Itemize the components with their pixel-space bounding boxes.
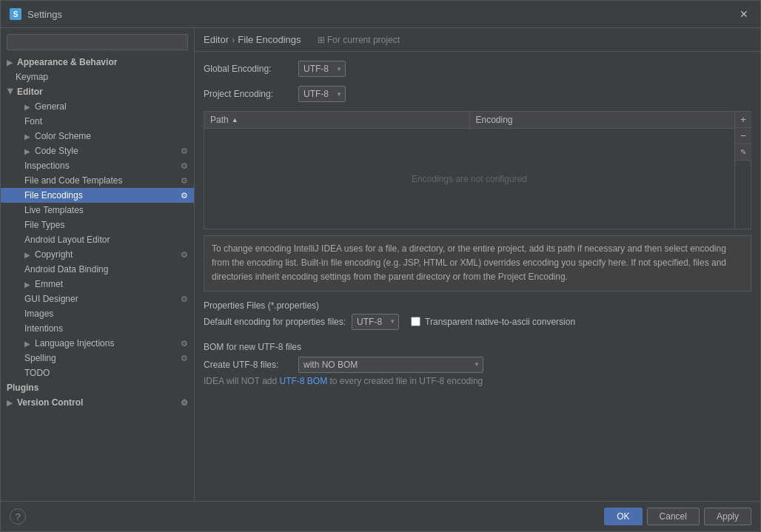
transparent-checkbox-row: Transparent native-to-ascii conversion [411,317,575,327]
sidebar-item-code-style[interactable]: ▶ Code Style ⚙ [1,144,194,158]
sidebar-item-label: TODO [24,368,50,378]
edit-encoding-button[interactable]: ✎ [735,144,751,161]
bom-select-wrapper: with NO BOM with BOM [298,357,483,373]
settings-icon-spelling: ⚙ [181,354,188,363]
sidebar-item-file-types[interactable]: File Types [1,218,194,232]
settings-icon-version-control: ⚙ [181,398,188,408]
sidebar-item-label: Appearance & Behavior [17,57,117,67]
close-button[interactable]: ✕ [737,7,751,21]
expand-arrow-language-injections: ▶ [24,340,32,348]
properties-encoding-select-wrapper: UTF-8 [352,314,399,330]
help-button[interactable]: ? [10,508,26,525]
sidebar-item-live-templates[interactable]: Live Templates [1,203,194,218]
breadcrumb-parent: Editor [204,34,229,45]
bom-row: Create UTF-8 files: with NO BOM with BOM [204,357,751,373]
properties-encoding-select[interactable]: UTF-8 [352,314,399,330]
breadcrumb-separator: › [232,34,235,45]
remove-encoding-button[interactable]: − [735,128,751,144]
sidebar-item-emmet[interactable]: ▶ Emmet [1,277,194,292]
cancel-button[interactable]: Cancel [647,508,700,525]
project-encoding-select[interactable]: UTF-8 [298,86,346,102]
expand-arrow-general: ▶ [24,103,32,111]
bom-select[interactable]: with NO BOM with BOM [298,357,483,373]
sidebar-item-label: Emmet [35,279,63,289]
sidebar-item-intentions[interactable]: Intentions [1,321,194,336]
sidebar-item-plugins[interactable]: Plugins [1,380,194,395]
window-title: Settings [27,9,62,20]
table-empty-text: Encodings are not configured [412,174,527,184]
sidebar-item-label: Images [24,309,53,319]
settings-icon-gui-designer: ⚙ [181,294,188,304]
global-encoding-label: Global Encoding: [204,64,292,74]
sidebar-item-gui-designer[interactable]: GUI Designer ⚙ [1,292,194,306]
path-column-header[interactable]: Path ▲ [204,112,470,128]
apply-button[interactable]: Apply [704,508,751,525]
encoding-col-label: Encoding [476,115,513,125]
sidebar-item-label: Spelling [24,353,56,363]
app-icon: S [10,8,21,20]
properties-encoding-label: Default encoding for properties files: [204,317,346,327]
settings-window: S Settings ✕ ▶ Appearance & Behavior Key… [0,0,761,532]
sidebar-item-inspections[interactable]: Inspections ⚙ [1,158,194,173]
bottom-bar: ? OK Cancel Apply [1,501,760,531]
project-encoding-row: Project Encoding: UTF-8 [204,86,751,102]
bom-info-link[interactable]: UTF-8 BOM [279,376,327,386]
sidebar-item-version-control[interactable]: ▶ Version Control ⚙ [1,395,194,410]
sidebar-item-label: File and Code Templates [24,175,123,186]
sidebar-item-file-encodings[interactable]: File Encodings ⚙ [1,188,194,203]
add-encoding-button[interactable]: + [735,112,751,128]
sidebar-item-label: Copyright [35,249,73,260]
sidebar-item-todo[interactable]: TODO [1,366,194,380]
sidebar-item-label: Inspections [24,161,70,171]
sidebar-item-images[interactable]: Images [1,306,194,321]
panel-body: Global Encoding: UTF-8 Project Encoding:… [195,52,760,501]
sidebar-item-language-injections[interactable]: ▶ Language Injections ⚙ [1,336,194,351]
global-encoding-select[interactable]: UTF-8 [298,61,346,77]
sidebar: ▶ Appearance & Behavior Keymap ▶ Editor … [1,28,195,501]
sidebar-item-label: Live Templates [24,205,84,215]
expand-arrow-editor: ▶ [7,88,15,95]
sidebar-item-android-data[interactable]: Android Data Binding [1,262,194,277]
properties-section: Properties Files (*.properties) Default … [204,297,751,333]
sidebar-item-file-code-templates[interactable]: File and Code Templates ⚙ [1,173,194,188]
properties-section-title: Properties Files (*.properties) [204,300,751,311]
table-body: Encodings are not configured [204,129,734,229]
sidebar-item-font[interactable]: Font [1,114,194,129]
sidebar-item-label: Android Data Binding [24,264,108,275]
title-bar-left: S Settings [10,8,62,20]
sidebar-item-editor[interactable]: ▶ Editor [1,84,194,99]
sidebar-item-color-scheme[interactable]: ▶ Color Scheme [1,129,194,144]
sidebar-item-spelling[interactable]: Spelling ⚙ [1,351,194,366]
sidebar-item-keymap[interactable]: Keymap [1,70,194,84]
sidebar-item-label: Color Scheme [35,131,91,141]
encoding-table-wrapper: Path ▲ Encoding Encodings are not config… [204,111,751,229]
project-encoding-label: Project Encoding: [204,89,292,99]
sidebar-item-copyright[interactable]: ▶ Copyright ⚙ [1,247,194,262]
expand-arrow-copyright: ▶ [24,251,32,259]
transparent-label: Transparent native-to-ascii conversion [425,317,575,327]
sidebar-item-general[interactable]: ▶ General [1,99,194,114]
encoding-table: Path ▲ Encoding Encodings are not config… [204,111,735,229]
expand-arrow-code-style: ▶ [24,147,32,155]
main-content: ▶ Appearance & Behavior Keymap ▶ Editor … [1,28,760,501]
for-project-label: ⊞ For current project [318,35,400,45]
path-col-label: Path [210,115,229,125]
search-input[interactable] [7,34,188,50]
sidebar-item-label: Android Layout Editor [24,235,110,245]
sidebar-item-label: Code Style [35,146,78,156]
settings-icon-file-encodings: ⚙ [181,191,188,201]
sidebar-item-android-layout[interactable]: Android Layout Editor [1,232,194,247]
transparent-checkbox[interactable] [411,317,420,326]
settings-icon-code-style: ⚙ [181,147,188,156]
table-side-toolbar: + − ✎ [735,111,751,229]
sidebar-item-label: Font [24,116,42,127]
sidebar-item-label: Plugins [7,383,38,393]
bom-info: IDEA will NOT add UTF-8 BOM to every cre… [204,376,751,386]
sidebar-item-appearance[interactable]: ▶ Appearance & Behavior [1,55,194,70]
sidebar-item-label: Version Control [17,397,83,408]
encoding-column-header[interactable]: Encoding [470,112,735,128]
for-project-link[interactable]: ⊞ For current project [318,35,400,45]
ok-button[interactable]: OK [604,508,642,525]
expand-arrow-color-scheme: ▶ [24,132,32,141]
dialog-buttons: OK Cancel Apply [604,508,751,525]
